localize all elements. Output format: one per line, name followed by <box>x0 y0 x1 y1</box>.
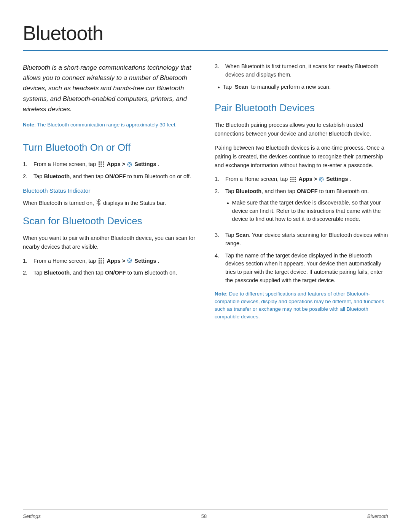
svg-rect-25 <box>293 181 294 182</box>
status-indicator-title: Bluetooth Status Indicator <box>23 186 196 195</box>
pair-steps-list: 1. From a Home screen, tap <box>215 175 388 284</box>
note-text: : The Bluetooth communication range is a… <box>34 122 177 128</box>
pair-step-2: 2. Tap Bluetooth, and then tap ON/OFF to… <box>215 187 388 227</box>
svg-rect-3 <box>99 164 100 165</box>
svg-rect-21 <box>290 179 292 180</box>
status-indicator-body: When Bluetooth is turned on, displays in… <box>23 199 196 208</box>
svg-rect-20 <box>295 177 296 178</box>
footer-right: Bluetooth <box>367 513 388 520</box>
scan-section-title: Scan for Bluetooth Devices <box>23 214 196 228</box>
scan-step-2: 2. Tap Bluetooth, and then tap ON/OFF to… <box>23 269 196 277</box>
scan-step3-list: 3. When Bluetooth is first turned on, it… <box>215 62 388 79</box>
page-footer: Settings 58 Bluetooth <box>23 509 388 520</box>
step-content-2: Tap Bluetooth, and then tap ON/OFF to tu… <box>33 173 196 181</box>
svg-rect-16 <box>101 262 102 264</box>
svg-rect-6 <box>99 166 100 167</box>
intro-note: Note: The Bluetooth communication range … <box>23 121 196 129</box>
pair-intro-1: The Bluetooth pairing process allows you… <box>215 121 388 138</box>
step-num-p3: 3. <box>215 231 222 248</box>
step-content-s2: Tap Bluetooth, and then tap ON/OFF to tu… <box>33 269 196 277</box>
page: Bluetooth Bluetooth is a short-range com… <box>0 0 411 532</box>
step-num-2: 2. <box>23 173 30 181</box>
svg-rect-23 <box>295 179 296 180</box>
svg-rect-26 <box>295 181 296 182</box>
settings-label-1: Settings <box>134 161 156 167</box>
scan-step-3: 3. When Bluetooth is first turned on, it… <box>215 62 388 79</box>
turn-step-1: 1. From a Home screen, tap <box>23 160 196 169</box>
step-num-p1: 1. <box>215 175 222 184</box>
step-content-p2: Tap Bluetooth, and then tap ON/OFF to tu… <box>225 187 388 227</box>
step-content-p4: Tap the name of the target device displa… <box>225 252 388 285</box>
svg-rect-13 <box>101 260 102 261</box>
pair-step-4: 4. Tap the name of the target device dis… <box>215 252 388 285</box>
svg-rect-14 <box>103 260 104 261</box>
pair-step-2-bullets: Make sure that the target device is disc… <box>225 199 388 224</box>
scan-step-1: 1. From a Home screen, tap <box>23 257 196 265</box>
svg-rect-17 <box>103 262 104 264</box>
step-content-s1: From a Home screen, tap <box>33 257 196 265</box>
settings-label-s1: Settings <box>134 258 156 264</box>
step-num-s1: 1. <box>23 257 30 265</box>
step-content-r3: When Bluetooth is first turned on, it sc… <box>225 62 388 79</box>
right-column: 3. When Bluetooth is first turned on, it… <box>215 62 388 332</box>
turn-steps-list: 1. From a Home screen, tap <box>23 160 196 181</box>
scan-bullet-1: Tap Scan to manually perform a new scan. <box>215 83 388 92</box>
apps-label: Apps > <box>107 161 125 167</box>
left-column: Bluetooth is a short-range communication… <box>23 62 196 332</box>
svg-rect-15 <box>99 262 100 264</box>
bluetooth-symbol-icon <box>96 199 101 208</box>
svg-rect-8 <box>103 166 104 167</box>
turn-section-title: Turn Bluetooth On or Off <box>23 140 196 155</box>
title-divider <box>23 50 388 51</box>
note-label: Note <box>23 122 34 128</box>
pair-note-text: : Due to different specifications and fe… <box>215 291 384 320</box>
turn-step-2: 2. Tap Bluetooth, and then tap ON/OFF to… <box>23 173 196 181</box>
step-num-s2: 2. <box>23 269 30 277</box>
footer-left: Settings <box>23 513 41 520</box>
pair-step-3: 3. Tap Scan. Your device starts scanning… <box>215 231 388 248</box>
content-columns: Bluetooth is a short-range communication… <box>23 62 388 332</box>
step-content-p3: Tap Scan. Your device starts scanning fo… <box>225 231 388 248</box>
step-content: From a Home screen, tap <box>33 160 196 169</box>
intro-text: Bluetooth is a short-range communication… <box>23 62 196 114</box>
apps-label-s1: Apps > <box>107 258 125 264</box>
svg-rect-7 <box>101 166 102 167</box>
svg-rect-22 <box>293 179 294 180</box>
step-num-p2: 2. <box>215 187 222 227</box>
pair-note: Note: Due to different specifications an… <box>215 290 388 321</box>
svg-rect-9 <box>99 258 100 259</box>
pair-intro-2: Pairing between two Bluetooth devices is… <box>215 144 388 170</box>
svg-rect-19 <box>293 177 294 178</box>
step-num: 1. <box>23 160 30 169</box>
apps-icon-p1 <box>290 176 296 182</box>
pair-step-1: 1. From a Home screen, tap <box>215 175 388 184</box>
svg-rect-4 <box>101 164 102 165</box>
pair-note-label: Note <box>215 291 226 297</box>
svg-rect-2 <box>103 161 104 163</box>
svg-rect-24 <box>290 181 292 182</box>
page-title: Bluetooth <box>23 18 388 48</box>
step-num-r3: 3. <box>215 62 222 79</box>
svg-rect-10 <box>101 258 102 259</box>
scan-steps-list: 1. From a Home screen, tap <box>23 257 196 278</box>
step-content-p1: From a Home screen, tap <box>225 175 388 184</box>
settings-gear-icon <box>127 161 132 167</box>
apps-label-p1: Apps > <box>298 176 317 182</box>
settings-gear-icon-p1 <box>319 176 324 182</box>
scan-bullets: Tap Scan to manually perform a new scan. <box>215 83 388 92</box>
step-num-p4: 4. <box>215 252 222 285</box>
settings-gear-icon-s1 <box>127 258 132 264</box>
svg-rect-11 <box>103 258 104 259</box>
svg-rect-12 <box>99 260 100 261</box>
pair-section-title: Pair Bluetooth Devices <box>215 101 388 115</box>
scan-intro: When you want to pair with another Bluet… <box>23 234 196 251</box>
pair-bullet-1: Make sure that the target device is disc… <box>225 199 388 224</box>
apps-icon-s1 <box>98 258 104 264</box>
svg-rect-0 <box>99 161 100 163</box>
settings-label-p1: Settings <box>326 176 348 182</box>
footer-page-number: 58 <box>201 513 207 520</box>
svg-rect-5 <box>103 164 104 165</box>
apps-icon <box>98 161 104 167</box>
svg-rect-1 <box>101 161 102 163</box>
svg-rect-18 <box>290 177 292 178</box>
